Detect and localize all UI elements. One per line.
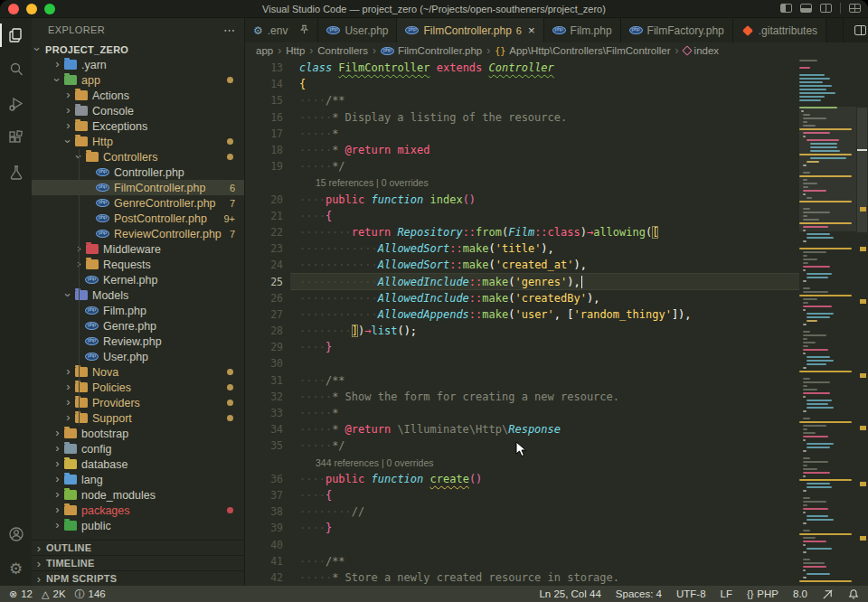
- tree-item[interactable]: ›database: [32, 456, 244, 472]
- breadcrumb-item[interactable]: FilmController.php: [381, 45, 482, 56]
- toggle-secondary-sidebar-icon[interactable]: [820, 4, 832, 13]
- tree-item[interactable]: ›Requests: [32, 257, 244, 272]
- code-line-34[interactable]: 34·····* @return \Illuminate\Http\Respon…: [245, 421, 799, 437]
- cursor-position[interactable]: Ln 25, Col 44: [539, 588, 600, 599]
- code-line-26[interactable]: 26············AllowedInclude::make('crea…: [245, 290, 799, 306]
- tree-item[interactable]: ›Console: [32, 103, 244, 118]
- tree-item[interactable]: ›lang: [32, 472, 244, 487]
- breadcrumb-item[interactable]: Http: [286, 45, 305, 56]
- warnings-count[interactable]: △2K: [42, 588, 66, 600]
- tree-item[interactable]: ›config: [32, 441, 244, 456]
- tree-item[interactable]: ›Controllers: [32, 149, 244, 165]
- tab-FilmFactory.php[interactable]: FilmFactory.php: [621, 18, 733, 42]
- tree-item[interactable]: ›User.php: [32, 349, 244, 364]
- breadcrumb-item[interactable]: Controllers: [317, 45, 368, 56]
- code-line-41[interactable]: 41····/**: [245, 553, 799, 569]
- breadcrumb-item[interactable]: app: [256, 45, 273, 56]
- customize-layout-icon[interactable]: [849, 4, 861, 13]
- breadcrumb-item[interactable]: {}App\Http\Controllers\FilmController: [495, 45, 670, 56]
- tab-User.php[interactable]: User.php: [318, 18, 397, 42]
- pin-icon[interactable]: [299, 24, 309, 37]
- close-window-button[interactable]: [8, 4, 19, 14]
- tab-.env[interactable]: ⚙.env: [245, 18, 318, 42]
- tree-item[interactable]: ›bootstrap: [32, 426, 244, 441]
- testing-icon[interactable]: [0, 155, 32, 190]
- tree-item[interactable]: ›PostController.php9+: [32, 211, 244, 226]
- code-line-29[interactable]: 29····}: [245, 339, 799, 355]
- code-line-38[interactable]: 38········//: [245, 503, 799, 520]
- account-icon[interactable]: [0, 517, 32, 551]
- language-mode[interactable]: {} PHP: [747, 588, 778, 599]
- code-line-42[interactable]: 42·····* Store a newly created resource …: [245, 569, 799, 586]
- code-line-14[interactable]: 14{: [245, 76, 799, 92]
- infos-count[interactable]: ⓘ146: [75, 588, 106, 601]
- code-line-36[interactable]: 36····public function create(): [245, 471, 799, 487]
- settings-gear-icon[interactable]: ⚙: [0, 551, 32, 586]
- code-line-22[interactable]: 22········return Repository::from(Film::…: [245, 224, 799, 240]
- explorer-more-icon[interactable]: ⋯: [223, 24, 235, 37]
- tree-item[interactable]: ›FilmController.php6: [32, 180, 244, 195]
- tree-item[interactable]: ›.yarn: [32, 57, 244, 72]
- split-editor-icon[interactable]: [854, 25, 866, 35]
- code-line-30[interactable]: 30: [245, 355, 799, 372]
- breadcrumb-item[interactable]: index: [684, 45, 720, 56]
- sidebar-section-timeline[interactable]: ›TIMELINE: [32, 555, 244, 570]
- tree-item[interactable]: ›Exceptions: [32, 118, 244, 134]
- code-line-17[interactable]: 17·····*: [245, 126, 799, 142]
- tree-item[interactable]: ›app: [32, 72, 244, 88]
- indentation[interactable]: Spaces: 4: [616, 588, 662, 599]
- tree-item[interactable]: ›Nova: [32, 364, 244, 380]
- minimap[interactable]: [799, 60, 856, 586]
- code-line-23[interactable]: 23············AllowedSort::make('title')…: [245, 240, 799, 257]
- tree-item[interactable]: ›Kernel.php: [32, 272, 244, 287]
- minimap-viewport[interactable]: [799, 107, 856, 231]
- close-icon[interactable]: ×: [528, 24, 535, 37]
- tree-item[interactable]: ›ReviewController.php7: [32, 226, 244, 241]
- toggle-panel-icon[interactable]: [800, 4, 812, 13]
- tree-item[interactable]: ›Actions: [32, 88, 244, 103]
- code-line-25[interactable]: 25············AllowedInclude::make('genr…: [245, 273, 799, 289]
- tree-item[interactable]: ›Models: [32, 287, 244, 303]
- code-line-18[interactable]: 18·····* @return mixed: [245, 142, 799, 158]
- tree-item[interactable]: ›Http: [32, 134, 244, 149]
- tab-Film.php[interactable]: Film.php: [544, 18, 621, 42]
- tab-FilmController.php[interactable]: FilmController.php6×: [397, 18, 543, 42]
- minimize-window-button[interactable]: [26, 4, 37, 14]
- php-version[interactable]: 8.0: [793, 588, 807, 599]
- tree-item[interactable]: ›packages: [32, 503, 244, 518]
- scrollbar-slider[interactable]: [857, 108, 867, 232]
- editor[interactable]: 13class FilmController extends Controlle…: [245, 59, 868, 586]
- tree-item[interactable]: ›Genre.php: [32, 318, 244, 334]
- tree-item[interactable]: ›Controller.php: [32, 165, 244, 180]
- explorer-icon[interactable]: [0, 18, 32, 52]
- code-line-13[interactable]: 13class FilmController extends Controlle…: [245, 60, 799, 76]
- tree-item[interactable]: ›Film.php: [32, 303, 244, 318]
- code-line-16[interactable]: 16·····* Display a listing of the resour…: [245, 109, 799, 126]
- encoding[interactable]: UTF-8: [676, 588, 706, 599]
- tree-item[interactable]: ›Providers: [32, 395, 244, 410]
- code-line-20[interactable]: 20····public function index(): [245, 192, 799, 208]
- feedback-icon[interactable]: [822, 588, 834, 600]
- tree-item[interactable]: ›Support: [32, 410, 244, 426]
- code-line-19[interactable]: 19·····*/: [245, 158, 799, 174]
- tab-.gitattributes[interactable]: .gitattributes: [733, 18, 826, 42]
- code-line-32[interactable]: 32·····* Show the form for creating a ne…: [245, 389, 799, 405]
- code-line-24[interactable]: 24············AllowedSort::make('created…: [245, 257, 799, 273]
- code-line-21[interactable]: 21····{: [245, 208, 799, 224]
- tree-item[interactable]: ›node_modules: [32, 487, 244, 503]
- tree-item[interactable]: ›Policies: [32, 380, 244, 395]
- code-line-37[interactable]: 37····{: [245, 487, 799, 503]
- run-debug-icon[interactable]: [0, 87, 32, 121]
- notifications-bell-icon[interactable]: [848, 588, 859, 600]
- extensions-icon[interactable]: [0, 121, 32, 155]
- code-line-15[interactable]: 15····/**: [245, 92, 799, 108]
- search-icon[interactable]: [0, 52, 32, 87]
- code-line-39[interactable]: 39····}: [245, 520, 799, 536]
- codelens[interactable]: 15 references | 0 overrides: [245, 174, 799, 191]
- tree-root[interactable]: › PROJECT_ZERO: [32, 42, 244, 57]
- code-line-28[interactable]: 28········])→list();: [245, 323, 799, 339]
- zoom-window-button[interactable]: [44, 4, 55, 14]
- code-line-27[interactable]: 27············AllowedAppends::make('user…: [245, 306, 799, 323]
- tree-item[interactable]: ›Review.php: [32, 334, 244, 349]
- tree-item[interactable]: ›GenreController.php7: [32, 195, 244, 211]
